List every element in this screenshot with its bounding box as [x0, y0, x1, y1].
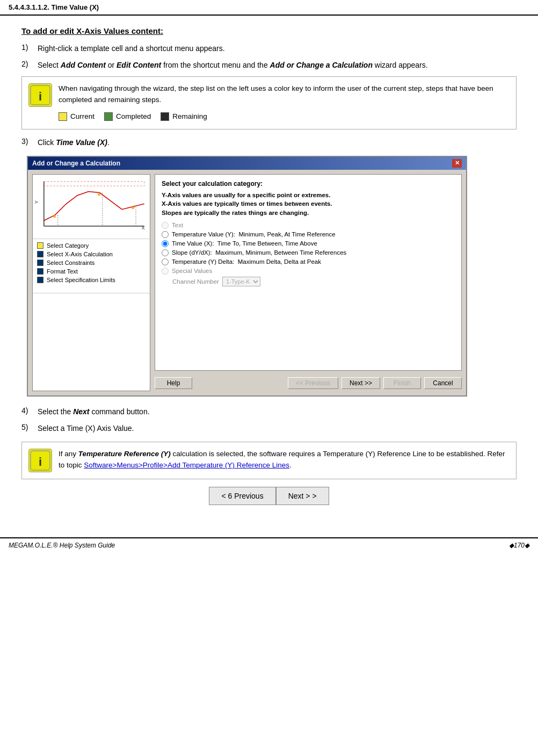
- page-footer: MEGAM.O.L.E.® Help System Guide ◆170◆: [0, 537, 538, 552]
- nav-row: < 6 Previous Next > >: [21, 487, 517, 505]
- calc-description: Y-Axis values are usually for a specific…: [162, 191, 455, 218]
- radio-slope[interactable]: Slope (dY/dX): Maximum, Minimum, Between…: [162, 249, 455, 256]
- dialog-step-item: Select Specification Limits: [37, 277, 146, 283]
- dialog-step-item: Select Category: [37, 242, 146, 249]
- radio-special-input[interactable]: [162, 268, 169, 275]
- note-box-2: i If any Temperature Reference (Y) calcu…: [21, 442, 517, 479]
- radio-text[interactable]: Text: [162, 222, 455, 229]
- color-key-row: Current Completed Remaining: [59, 111, 507, 123]
- step-label-2: Select X-Axis Calculation: [47, 251, 113, 257]
- step-label-4: Format Text: [47, 268, 78, 275]
- calc-heading: Select your calculation category:: [162, 180, 455, 188]
- svg-text:★: ★: [52, 213, 57, 219]
- info-icon: i: [28, 83, 52, 107]
- step-5-text: Select a Time (X) Axis Value.: [38, 423, 134, 434]
- footer-right: ◆170◆: [509, 542, 529, 549]
- step-label-1: Select Category: [47, 242, 89, 249]
- page-content: To add or edit X-Axis Values content: 1)…: [0, 16, 538, 521]
- note-2-link[interactable]: Software>Menus>Profile>Add Temperature (…: [84, 461, 289, 469]
- dialog-window: Add or Change a Calculation ✕ Y X: [27, 156, 467, 397]
- step-5-num: 5): [21, 423, 38, 431]
- radio-temperature-y-input[interactable]: [162, 231, 169, 238]
- dialog-steps-list: Select Category Select X-Axis Calculatio…: [33, 239, 150, 289]
- radio-temp-delta-label: Temperature (Y) Delta: Maximum Delta, De…: [172, 258, 321, 265]
- note-2-content: If any Temperature Reference (Y) calcula…: [59, 449, 507, 471]
- dialog-step-item: Format Text: [37, 268, 146, 275]
- svg-text:i: i: [39, 455, 42, 469]
- step-sq-1: [37, 242, 43, 249]
- header-title: 5.4.4.3.1.1.2. Time Value (X): [9, 3, 99, 11]
- color-key-current: Current: [59, 111, 94, 123]
- svg-text:★: ★: [130, 204, 135, 210]
- step-3: 3) Click Time Value (X).: [21, 137, 517, 148]
- radio-time-x[interactable]: Time Value (X): Time To, Time Between, T…: [162, 240, 455, 247]
- step-sq-3: [37, 260, 43, 266]
- step-label-5: Select Specification Limits: [47, 277, 115, 283]
- help-button[interactable]: Help: [155, 377, 192, 389]
- step-1: 1) Right-click a template cell and a sho…: [21, 43, 517, 54]
- completed-swatch: [104, 112, 113, 121]
- radio-temp-delta-input[interactable]: [162, 258, 169, 265]
- info-icon-2: i: [28, 449, 52, 472]
- channel-select[interactable]: 1-Type-K: [222, 277, 260, 286]
- step-2: 2) Select Add Content or Edit Content fr…: [21, 60, 517, 71]
- page-header: 5.4.4.3.1.1.2. Time Value (X): [0, 0, 538, 16]
- step-3-text: Click Time Value (X).: [38, 137, 110, 148]
- finish-button[interactable]: Finish: [383, 377, 421, 389]
- note-1-text: When navigating through the wizard, the …: [59, 84, 493, 104]
- svg-text:X: X: [141, 225, 145, 231]
- channel-row: Channel Number 1-Type-K: [172, 277, 455, 286]
- step-2-num: 2): [21, 60, 38, 68]
- dialog-right-inner: Select your calculation category: Y-Axis…: [155, 174, 462, 371]
- step-4-num: 4): [21, 406, 38, 415]
- svg-text:Y: Y: [34, 200, 39, 204]
- radio-temperature-y[interactable]: Temperature Value (Y): Minimum, Peak, At…: [162, 231, 455, 238]
- step-4-text: Select the Next command button.: [38, 406, 150, 417]
- previous-button[interactable]: << Previous: [288, 377, 338, 389]
- remaining-swatch: [161, 112, 169, 121]
- remaining-label: Remaining: [172, 111, 207, 123]
- radio-time-x-label: Time Value (X): Time To, Time Between, T…: [172, 240, 317, 247]
- radio-temp-delta[interactable]: Temperature (Y) Delta: Maximum Delta, De…: [162, 258, 455, 265]
- step-1-text: Right-click a template cell and a shortc…: [38, 43, 225, 54]
- dialog-step-item: Select X-Axis Calculation: [37, 251, 146, 257]
- step-sq-2: [37, 251, 43, 257]
- dialog-step-item: Select Constraints: [37, 260, 146, 266]
- note-2-bold: Temperature Reference (Y): [78, 450, 171, 458]
- radio-time-x-input[interactable]: [162, 240, 169, 247]
- step-2-text: Select Add Content or Edit Content from …: [38, 60, 428, 71]
- dialog-graph-area: Y X ★ ★ ★: [33, 175, 150, 239]
- radio-temperature-y-label: Temperature Value (Y): Minimum, Peak, At…: [172, 231, 336, 237]
- dialog-right-panel: Select your calculation category: Y-Axis…: [155, 174, 462, 391]
- radio-slope-input[interactable]: [162, 249, 169, 256]
- radio-group: Text Temperature Value (Y): Minimum, Pea…: [162, 222, 455, 275]
- current-swatch: [59, 112, 67, 121]
- next-nav-button[interactable]: Next > >: [276, 487, 329, 505]
- prev-nav-button[interactable]: < 6 Previous: [209, 487, 275, 505]
- section-title: To add or edit X-Axis Values content:: [21, 26, 517, 35]
- svg-text:i: i: [39, 90, 42, 103]
- dialog-close-button[interactable]: ✕: [452, 159, 462, 168]
- radio-text-label: Text: [172, 222, 183, 228]
- radio-text-input[interactable]: [162, 222, 169, 229]
- dialog-button-row: Help << Previous Next >> Finish Cancel: [155, 375, 462, 391]
- note-1-content: When navigating through the wizard, the …: [59, 83, 507, 123]
- dialog-titlebar: Add or Change a Calculation ✕: [28, 157, 466, 170]
- next-button[interactable]: Next >>: [341, 377, 380, 389]
- step-1-num: 1): [21, 43, 38, 52]
- dialog-body: Y X ★ ★ ★: [28, 170, 466, 395]
- note-box-1: i When navigating through the wizard, th…: [21, 76, 517, 129]
- color-key-remaining: Remaining: [161, 111, 207, 123]
- dialog-title: Add or Change a Calculation: [32, 160, 120, 167]
- channel-label: Channel Number: [172, 278, 219, 285]
- dialog-preview-area: [33, 293, 150, 391]
- radio-special[interactable]: Special Values: [162, 268, 455, 275]
- cancel-button[interactable]: Cancel: [424, 377, 462, 389]
- dialog-left-panel: Y X ★ ★ ★: [32, 174, 150, 391]
- radio-slope-label: Slope (dY/dX): Maximum, Minimum, Between…: [172, 249, 346, 256]
- footer-left: MEGAM.O.L.E.® Help System Guide: [9, 542, 115, 549]
- radio-special-label: Special Values: [172, 268, 212, 274]
- color-key-completed: Completed: [104, 111, 151, 123]
- svg-text:★: ★: [97, 191, 101, 197]
- step-label-3: Select Constraints: [47, 260, 94, 266]
